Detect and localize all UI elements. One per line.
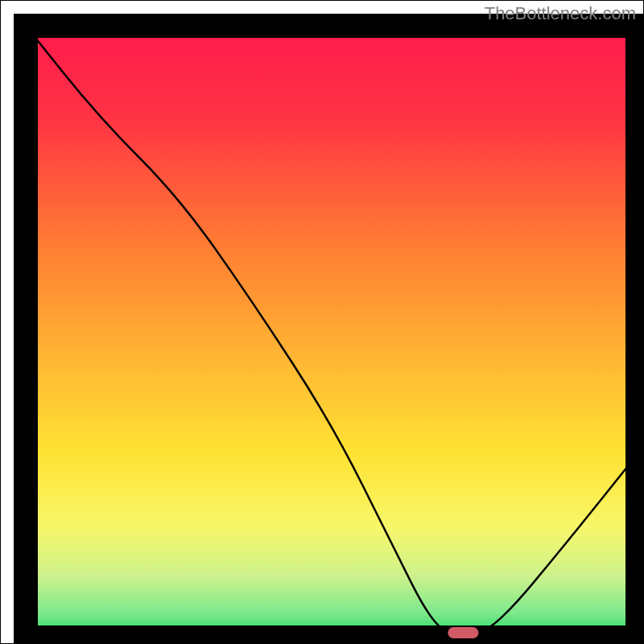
svg-rect-1 (26, 26, 638, 638)
bottleneck-chart (0, 0, 644, 644)
chart-container: TheBottleneck.com (0, 0, 644, 644)
svg-rect-4 (448, 627, 478, 638)
watermark-text: TheBottleneck.com (485, 3, 636, 24)
